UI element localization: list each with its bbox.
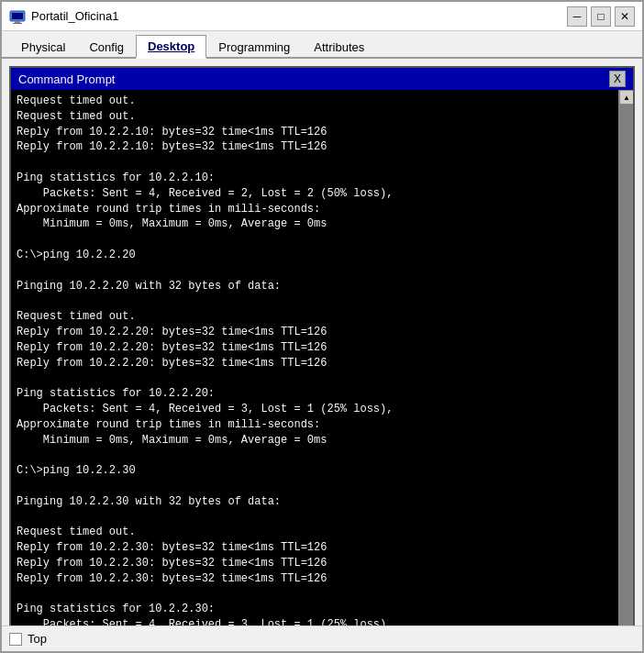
cmd-titlebar: Command Prompt X [11,68,633,90]
window-close-button[interactable]: ✕ [615,6,635,27]
bottombar: Top [2,625,642,651]
cmd-output[interactable]: Request timed out. Request timed out. Re… [11,90,618,625]
tab-desktop[interactable]: Desktop [136,35,206,59]
top-label: Top [28,632,47,646]
titlebar: Portatil_Oficina1 ─ □ ✕ [2,2,642,31]
tabbar: Physical Config Desktop Programming Attr… [2,31,642,59]
top-checkbox-label[interactable]: Top [9,632,47,646]
main-window: Portatil_Oficina1 ─ □ ✕ Physical Config … [0,0,644,653]
content-area: Command Prompt X Request timed out. Requ… [2,59,642,625]
minimize-button[interactable]: ─ [567,6,587,27]
window-title: Portatil_Oficina1 [31,9,567,23]
tab-attributes[interactable]: Attributes [302,35,376,59]
cmd-body: Request timed out. Request timed out. Re… [11,90,633,625]
svg-rect-1 [12,13,23,19]
svg-rect-2 [15,21,20,23]
tab-programming[interactable]: Programming [206,35,302,59]
tab-physical[interactable]: Physical [9,35,77,59]
cmd-scrollbar: ▲ ▼ [618,90,633,625]
cmd-window: Command Prompt X Request timed out. Requ… [9,66,635,625]
top-checkbox[interactable] [9,633,22,646]
maximize-button[interactable]: □ [591,6,611,27]
scrollbar-up-button[interactable]: ▲ [619,90,633,105]
scrollbar-track[interactable] [619,105,633,625]
cmd-title: Command Prompt [18,72,609,86]
cmd-close-button[interactable]: X [609,71,626,87]
svg-rect-3 [13,23,22,24]
app-icon [9,8,26,25]
window-controls: ─ □ ✕ [567,6,635,27]
tab-config[interactable]: Config [77,35,136,59]
